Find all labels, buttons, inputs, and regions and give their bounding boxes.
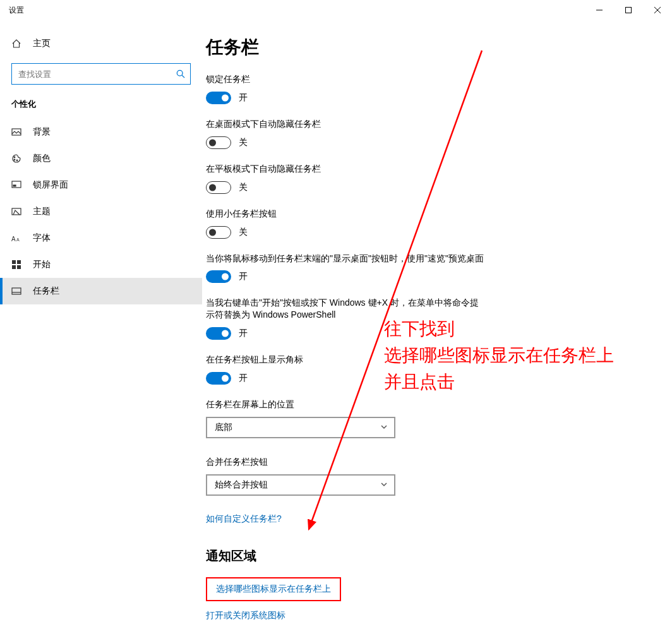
sidebar: 主页 个性化 背景 颜色 锁屏界面 主题 AA	[0, 20, 202, 641]
setting-label: 在平板模式下自动隐藏任务栏	[206, 163, 484, 175]
home-icon	[11, 39, 21, 49]
setting-label: 当你将鼠标移动到任务栏末端的"显示桌面"按钮时，使用"速览"预览桌面	[206, 253, 484, 265]
dropdown-position[interactable]: 底部	[206, 417, 395, 438]
svg-rect-6	[12, 129, 21, 135]
taskbar-icon	[11, 286, 21, 296]
sidebar-item-label: 颜色	[33, 153, 51, 164]
sidebar-item-taskbar[interactable]: 任务栏	[0, 278, 202, 304]
setting-label: 在桌面模式下自动隐藏任务栏	[206, 118, 484, 130]
sidebar-item-themes[interactable]: 主题	[0, 198, 202, 225]
home-label: 主页	[33, 38, 51, 49]
svg-point-8	[14, 159, 15, 160]
toggle-state: 关	[239, 227, 248, 238]
svg-rect-17	[12, 265, 16, 269]
setting-label: 使用小任务栏按钮	[206, 208, 484, 220]
sidebar-item-lockscreen[interactable]: 锁屏界面	[0, 172, 202, 198]
sidebar-item-background[interactable]: 背景	[0, 119, 202, 145]
toggle-state: 关	[239, 182, 248, 193]
toggle-state: 开	[239, 271, 248, 282]
picture-icon	[11, 127, 21, 137]
annotation-highlight-box: 选择哪些图标显示在任务栏上	[206, 577, 341, 601]
sidebar-item-fonts[interactable]: AA 字体	[0, 225, 202, 251]
section-notification: 通知区域	[206, 548, 647, 565]
toggle-lock-taskbar[interactable]	[206, 92, 231, 104]
dropdown-value: 始终合并按钮	[215, 479, 268, 491]
start-icon	[11, 260, 21, 270]
chevron-down-icon	[380, 422, 388, 433]
sidebar-item-label: 任务栏	[33, 285, 59, 297]
svg-rect-18	[17, 265, 21, 269]
svg-rect-16	[17, 260, 21, 264]
titlebar: 设置	[0, 0, 672, 20]
sidebar-item-start[interactable]: 开始	[0, 251, 202, 278]
annotation-text: 往下找到 选择哪些图标显示在任务栏上 并且点击	[384, 316, 614, 395]
svg-line-5	[182, 75, 184, 78]
svg-rect-1	[626, 8, 632, 13]
toggle-state: 开	[239, 92, 248, 104]
sidebar-item-colors[interactable]: 颜色	[0, 145, 202, 172]
page-title: 任务栏	[206, 35, 647, 59]
customize-link[interactable]: 如何自定义任务栏?	[206, 513, 647, 525]
svg-point-4	[177, 70, 183, 76]
palette-icon	[11, 153, 21, 164]
svg-rect-11	[13, 185, 16, 186]
search-input[interactable]	[11, 63, 191, 85]
chevron-down-icon	[380, 480, 388, 490]
svg-point-9	[16, 160, 18, 161]
dropdown-value: 底部	[215, 422, 232, 433]
lockscreen-icon	[11, 180, 21, 190]
window-title: 设置	[9, 5, 24, 16]
fonts-icon: AA	[11, 233, 21, 243]
close-button[interactable]	[643, 0, 672, 20]
maximize-button[interactable]	[614, 0, 643, 20]
category-label: 个性化	[11, 99, 202, 110]
dropdown-combine[interactable]: 始终合并按钮	[206, 474, 395, 496]
toggle-state: 开	[239, 328, 248, 339]
system-icons-link[interactable]: 打开或关闭系统图标	[206, 610, 647, 621]
setting-label: 合并任务栏按钮	[206, 456, 484, 468]
toggle-badges[interactable]	[206, 372, 231, 385]
toggle-state: 关	[239, 137, 248, 148]
svg-point-7	[14, 157, 15, 158]
search-icon	[176, 69, 186, 79]
toggle-state: 开	[239, 373, 248, 384]
sidebar-item-label: 字体	[33, 232, 51, 244]
setting-label: 锁定任务栏	[206, 73, 484, 85]
sidebar-item-label: 开始	[33, 259, 51, 270]
sidebar-item-label: 主题	[33, 206, 51, 217]
toggle-powershell[interactable]	[206, 327, 231, 340]
toggle-autohide-tablet[interactable]	[206, 181, 231, 194]
home-link[interactable]: 主页	[0, 33, 202, 54]
sidebar-item-label: 背景	[33, 126, 51, 138]
sidebar-item-label: 锁屏界面	[33, 179, 68, 191]
toggle-small-buttons[interactable]	[206, 226, 231, 239]
minimize-button[interactable]	[585, 0, 614, 20]
svg-text:A: A	[11, 236, 16, 243]
svg-text:A: A	[16, 237, 20, 242]
themes-icon	[11, 207, 21, 217]
toggle-autohide-desktop[interactable]	[206, 136, 231, 149]
svg-rect-19	[12, 288, 21, 294]
svg-rect-15	[12, 260, 16, 264]
setting-label: 任务栏在屏幕上的位置	[206, 398, 484, 410]
toggle-peek-desktop[interactable]	[206, 270, 231, 283]
select-icons-link[interactable]: 选择哪些图标显示在任务栏上	[216, 584, 331, 595]
